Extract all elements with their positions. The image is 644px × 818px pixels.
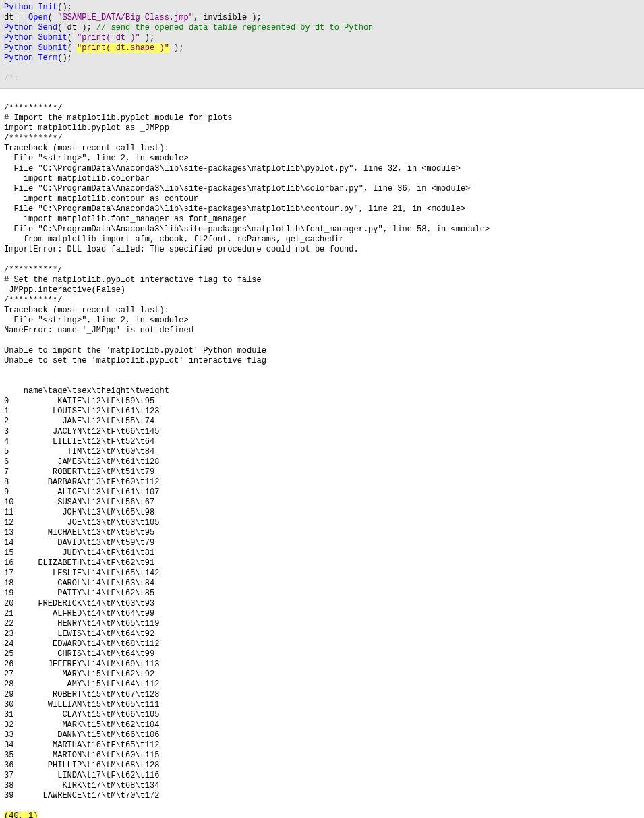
output-line: ImportError: DLL load failed: The specif… [4,245,359,254]
string-literal-highlighted: "print( dt.shape )" [77,43,169,53]
code-text: ); [169,43,184,53]
keyword: Open [28,13,48,22]
output-line: File "C:\ProgramData\Anaconda3\lib\site-… [4,204,465,214]
code-text: (); [57,3,72,12]
output-line: _JMPpp.interactive(False) [4,285,125,295]
output-line: # Import the matplotlib.pyplot module fo… [4,113,232,123]
string-literal: "print( dt )" [77,33,140,42]
output-line: /**********/ [4,265,62,274]
output-line: Traceback (most recent call last): [4,305,169,315]
output-line: Unable to import the 'matplotlib.pyplot'… [4,346,266,355]
output-line: Traceback (most recent call last): [4,144,169,153]
output-line: import matplotlib.font_manager as font_m… [4,214,247,224]
code-text: (); [57,53,72,63]
keyword: Python Init [4,3,57,12]
output-line: /**********/ [4,295,62,305]
code-text: ( dt ); [57,23,96,32]
keyword: Python Submit [4,33,67,42]
code-text: ( [67,33,77,42]
output-line: File "<string>", line 2, in <module> [4,316,189,325]
code-text: ); [140,33,155,42]
table-header: name\tage\tsex\theight\tweight [4,386,169,396]
output-line: File "C:\ProgramData\Anaconda3\lib\site-… [4,164,461,173]
code-block: Python Init(); dt = Open( "$SAMPLE_DATA/… [0,0,644,89]
output-line: Unable to set the 'matplotlib.pyplot' in… [4,356,266,366]
keyword: Python Submit [4,43,67,53]
keyword: Python Send [4,23,57,32]
code-text: ( [67,43,77,53]
code-text: ( [48,13,57,22]
code-text: , invisible ); [194,13,262,22]
output-line: from matplotlib import afm, cbook, ft2fo… [4,235,344,244]
output-line: File "C:\ProgramData\Anaconda3\lib\site-… [4,225,490,234]
comment: // send the opened data table represente… [96,23,373,32]
code-text: dt = [4,13,28,22]
faint-comment: /*: [4,74,19,83]
shape-output-highlighted: (40, 1) [4,811,38,818]
string-literal: "$SAMPLE_DATA/Big Class.jmp" [57,13,194,22]
output-line: import matplotlib.contour as contour [4,194,198,204]
keyword: Python Term [4,53,57,63]
output-line: File "C:\ProgramData\Anaconda3\lib\site-… [4,184,470,194]
output-line: import matplotlib.pyplot as _JMPpp [4,123,169,133]
output-line: import matplotlib.colorbar [4,174,150,183]
table-rows: 0 KATIE\t12\tF\t59\t95 1 LOUISE\t12\tF\t… [4,397,159,800]
output-line: /**********/ [4,103,62,113]
output-line: /**********/ [4,134,62,143]
output-line: NameError: name '_JMPpp' is not defined [4,326,194,335]
output-block: /**********/ # Import the matplotlib.pyp… [0,89,644,818]
output-line: File "<string>", line 2, in <module> [4,154,189,163]
output-line: # Set the matplotlib.pyplot interactive … [4,275,262,285]
